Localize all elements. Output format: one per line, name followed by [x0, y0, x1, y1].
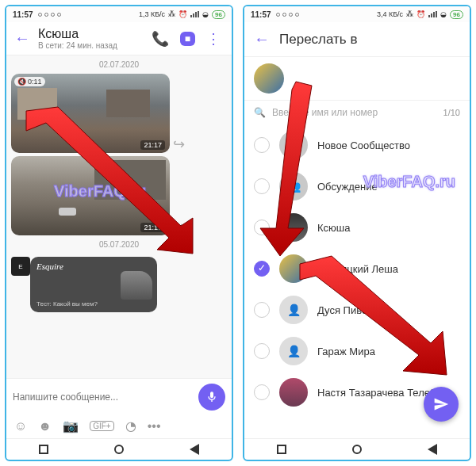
link-message: E Esquire Тест: Какой вы мем? [11, 257, 227, 312]
status-bar: 11:57 1,3 КБ/с ⁂ ⏰ ◒ 96 [6, 6, 232, 22]
contact-row[interactable]: 👥 Обсуждение [244, 166, 470, 207]
link-image [121, 271, 152, 300]
link-caption: Тест: Какой вы мем? [36, 300, 98, 307]
status-bar: 11:57 3,4 КБ/с ⁂ ⏰ ◒ 96 [244, 6, 470, 22]
video-message[interactable]: 21:17 [11, 156, 170, 235]
status-dot-icon [295, 13, 299, 17]
contact-avatar [279, 378, 308, 407]
video-call-button[interactable]: ■ [180, 32, 195, 46]
more-icon[interactable]: ••• [148, 419, 161, 434]
contact-row[interactable]: 👥 Новое Сообщество [244, 124, 470, 166]
alarm-icon: ⏰ [416, 10, 425, 18]
nav-back-button[interactable] [190, 444, 199, 455]
contact-name: Липницкий Леша [317, 263, 398, 275]
status-net: 1,3 КБ/с [139, 10, 165, 18]
nav-back-button[interactable] [428, 444, 437, 455]
timestamp: 21:17 [140, 223, 165, 232]
contact-row[interactable]: Липницкий Леша [244, 248, 470, 289]
status-dot-icon [282, 13, 286, 17]
status-dot-icon [276, 13, 280, 17]
message-input-bar [6, 378, 232, 415]
selection-count: 1/10 [443, 108, 460, 117]
wifi-icon: ◒ [202, 10, 209, 18]
contact-name: Ксюша [317, 222, 350, 234]
contact-name: Гараж Мира [317, 346, 375, 357]
contact-avatar-placeholder: 👤 [279, 337, 308, 365]
message-row: 21:17 ↪ [11, 156, 227, 235]
sender-avatar: E [11, 257, 30, 276]
chat-body: 02.07.2020 🔇 0:11 21:17 ↪ 21:17 ↪ 05.07.… [6, 55, 232, 378]
status-time: 11:57 [13, 10, 33, 19]
chat-presence: В сети: 24 мин. назад [38, 41, 140, 50]
radio-unchecked[interactable] [254, 178, 270, 194]
timestamp: 21:17 [140, 140, 165, 150]
battery-icon: 96 [212, 10, 225, 19]
menu-button[interactable]: ⋮ [203, 30, 224, 48]
signal-icon [428, 11, 437, 17]
date-separator: 02.07.2020 [11, 60, 227, 69]
message-input[interactable] [13, 392, 194, 403]
radio-unchecked[interactable] [254, 137, 270, 153]
search-placeholder[interactable]: Введите имя или номер [272, 107, 437, 118]
forward-header: ← Переслать в [244, 22, 470, 57]
contact-row[interactable]: 👤 Дуся Пиво [244, 289, 470, 330]
camera-icon[interactable]: 📷 [63, 418, 79, 434]
alarm-icon: ⏰ [178, 10, 187, 18]
radio-unchecked[interactable] [254, 343, 270, 359]
call-button[interactable]: 📞 [148, 30, 172, 48]
status-dot-icon [44, 13, 48, 17]
video-message[interactable]: 🔇 0:11 21:17 [11, 74, 170, 153]
nav-recent-button[interactable] [277, 445, 286, 454]
attachment-row: ☺ ☻ 📷 GIF+ ◔ ••• [6, 415, 232, 438]
back-button[interactable]: ← [254, 30, 270, 48]
android-nav-bar [6, 438, 232, 460]
battery-icon: 96 [450, 10, 463, 19]
timer-icon[interactable]: ◔ [125, 418, 136, 434]
chat-header: ← Ксюша В сети: 24 мин. назад 📞 ■ ⋮ [6, 22, 232, 55]
status-net: 3,4 КБ/с [377, 10, 403, 18]
selected-recipients [244, 57, 470, 101]
status-dot-icon [51, 13, 55, 17]
gif-button[interactable]: GIF+ [90, 421, 114, 431]
bluetooth-icon: ⁂ [406, 10, 413, 18]
back-button[interactable]: ← [14, 29, 30, 48]
emoji-icon[interactable]: ☻ [38, 419, 52, 434]
contact-row[interactable]: 👤 Гараж Мира [244, 330, 470, 372]
status-dot-icon [38, 13, 42, 17]
contact-row[interactable]: Ксюша [244, 207, 470, 248]
status-dot-icon [289, 13, 293, 17]
muted-icon: 🔇 [17, 78, 26, 86]
android-nav-bar [244, 438, 470, 460]
contact-name: Настя Тазарачева Теле2 [317, 387, 436, 399]
mic-button[interactable] [198, 384, 225, 411]
forward-title: Переслать в [279, 32, 357, 48]
link-preview[interactable]: Esquire Тест: Какой вы мем? [30, 257, 157, 312]
status-dot-icon [57, 13, 61, 17]
wifi-icon: ◒ [440, 10, 447, 18]
contact-avatar [279, 213, 308, 242]
selected-avatar[interactable] [254, 63, 284, 94]
phone-right: 11:57 3,4 КБ/с ⁂ ⏰ ◒ 96 ← Переслать в 🔍 … [243, 5, 471, 461]
radio-unchecked[interactable] [254, 384, 270, 400]
forward-icon[interactable]: ↪ [173, 136, 185, 153]
search-icon: 🔍 [254, 107, 266, 118]
nav-home-button[interactable] [352, 445, 362, 454]
send-button[interactable] [424, 387, 459, 422]
contact-name: Новое Сообщество [317, 139, 410, 151]
nav-home-button[interactable] [114, 445, 124, 454]
radio-unchecked[interactable] [254, 302, 270, 318]
group-avatar-icon: 👥 [279, 172, 308, 201]
send-icon [433, 396, 449, 412]
message-row: 🔇 0:11 21:17 ↪ [11, 74, 227, 153]
forward-icon[interactable]: ↪ [173, 218, 185, 235]
contact-name: Обсуждение [317, 181, 378, 193]
radio-unchecked[interactable] [254, 220, 270, 235]
contact-avatar [279, 254, 308, 283]
nav-recent-button[interactable] [39, 445, 48, 454]
date-separator: 05.07.2020 [11, 240, 227, 249]
radio-checked[interactable] [254, 261, 270, 277]
sticker-icon[interactable]: ☺ [14, 419, 27, 434]
status-time: 11:57 [251, 10, 271, 19]
search-row: 🔍 Введите имя или номер 1/10 [244, 101, 470, 124]
signal-icon [190, 11, 199, 17]
